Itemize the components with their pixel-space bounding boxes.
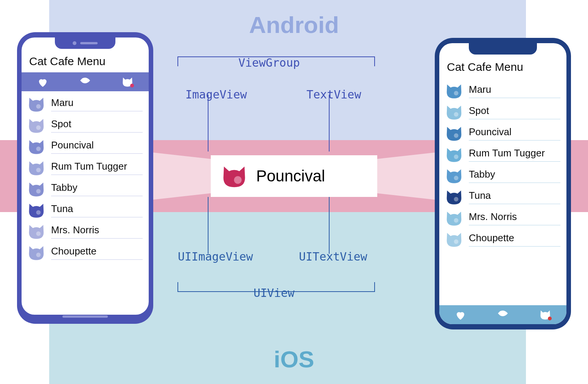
label-textview: TextView <box>306 88 361 101</box>
cat-icon <box>28 203 45 218</box>
cat-name: Choupette <box>469 232 560 247</box>
label-viewgroup: ViewGroup <box>238 56 300 69</box>
cat-icon <box>28 139 45 154</box>
cat-icon <box>445 232 463 247</box>
list-item[interactable]: Rum Tum Tugger <box>22 157 149 178</box>
cat-icon <box>28 118 45 133</box>
android-notch <box>55 37 115 49</box>
label-uiimageview: UIImageView <box>178 250 253 263</box>
svg-marker-1 <box>376 151 444 201</box>
cat-name: Mrs. Norris <box>51 224 143 239</box>
cat-icon <box>28 224 45 239</box>
cat-name: Pouncival <box>51 139 143 154</box>
svg-point-12 <box>36 210 41 215</box>
label-imageview: ImageView <box>185 88 247 101</box>
cat-name: Tabby <box>469 169 560 183</box>
list-item[interactable]: Tabby <box>439 165 566 186</box>
svg-point-10 <box>36 168 41 172</box>
cat-name: Maru <box>51 97 143 111</box>
svg-point-19 <box>454 176 459 180</box>
android-label: Android <box>249 11 339 38</box>
cat-icon <box>445 168 463 183</box>
cat-icon <box>445 147 463 162</box>
cat-icon <box>445 189 463 204</box>
cat-icon <box>445 211 463 226</box>
cat-icon[interactable] <box>122 77 133 87</box>
list-item[interactable]: Mrs. Norris <box>22 221 149 242</box>
cat-name: Rum Tum Tugger <box>469 147 560 162</box>
ios-screen: Cat Cafe Menu MaruSpotPouncivalRum Tum T… <box>439 43 566 324</box>
cat-name: Choupette <box>51 245 143 260</box>
list-item[interactable]: Spot <box>22 115 149 136</box>
svg-point-22 <box>454 239 459 244</box>
heart-icon[interactable] <box>37 77 48 87</box>
svg-point-20 <box>454 197 459 201</box>
cat-name: Pouncival <box>469 126 560 140</box>
svg-point-13 <box>36 231 41 236</box>
list-item[interactable]: Choupette <box>22 242 149 263</box>
beam-left <box>144 144 216 208</box>
list-item[interactable]: Maru <box>22 94 149 115</box>
android-list: MaruSpotPouncivalRum Tum TuggerTabbyTuna… <box>22 91 149 315</box>
cat-name: Tabby <box>51 182 143 196</box>
list-item[interactable]: Choupette <box>439 229 566 250</box>
heart-icon[interactable] <box>455 310 466 320</box>
cat-icon <box>28 245 45 260</box>
cat-name: Maru <box>469 84 560 98</box>
ios-label: iOS <box>274 346 314 373</box>
cat-icon[interactable] <box>540 310 551 320</box>
cat-name: Spot <box>469 105 560 119</box>
svg-marker-0 <box>144 151 212 201</box>
cat-icon <box>445 83 463 98</box>
fish-icon[interactable] <box>497 310 509 320</box>
svg-point-6 <box>234 176 241 184</box>
list-item[interactable]: Spot <box>439 101 566 123</box>
list-item[interactable]: Tuna <box>22 200 149 221</box>
fish-icon[interactable] <box>79 77 91 87</box>
list-item[interactable]: Rum Tum Tugger <box>439 144 566 165</box>
svg-point-8 <box>36 125 41 130</box>
cat-icon <box>28 97 45 112</box>
callout-widget: Pouncival <box>211 155 377 197</box>
ios-tabbar <box>439 305 566 324</box>
svg-point-18 <box>454 155 459 159</box>
svg-point-16 <box>454 112 459 117</box>
cat-icon <box>221 165 247 187</box>
svg-point-11 <box>36 189 41 194</box>
android-phone: Cat Cafe Menu MaruSpotPouncivalRum Tum T… <box>17 32 153 324</box>
cat-name: Spot <box>51 118 143 133</box>
svg-point-14 <box>36 253 41 257</box>
svg-point-17 <box>454 133 459 138</box>
list-item[interactable]: Mrs. Norris <box>439 208 566 229</box>
svg-point-21 <box>454 218 459 223</box>
callout-name: Pouncival <box>256 167 325 185</box>
android-tabbar <box>22 72 149 91</box>
list-item[interactable]: Maru <box>439 80 566 101</box>
svg-point-15 <box>454 91 459 95</box>
label-uitextview: UITextView <box>299 250 367 263</box>
ios-phone: Cat Cafe Menu MaruSpotPouncivalRum Tum T… <box>435 38 571 329</box>
list-item[interactable]: Tabby <box>22 178 149 200</box>
svg-point-9 <box>36 147 41 151</box>
list-item[interactable]: Pouncival <box>439 123 566 144</box>
android-screen: Cat Cafe Menu MaruSpotPouncivalRum Tum T… <box>22 37 149 315</box>
cat-icon <box>28 181 45 197</box>
list-item[interactable]: Tuna <box>439 186 566 208</box>
cat-icon <box>28 160 45 175</box>
ios-notch <box>469 43 537 55</box>
cat-name: Tuna <box>51 203 143 217</box>
android-home-indicator <box>62 315 108 318</box>
cat-icon <box>445 105 463 120</box>
list-item[interactable]: Pouncival <box>22 136 149 157</box>
cat-icon <box>445 126 463 141</box>
beam-right <box>372 144 444 208</box>
svg-point-7 <box>36 104 41 109</box>
cat-name: Rum Tum Tugger <box>51 161 143 175</box>
ios-list: MaruSpotPouncivalRum Tum TuggerTabbyTuna… <box>439 78 566 305</box>
cat-name: Tuna <box>469 190 560 204</box>
cat-name: Mrs. Norris <box>469 211 560 225</box>
label-uiview: UIView <box>254 286 294 300</box>
